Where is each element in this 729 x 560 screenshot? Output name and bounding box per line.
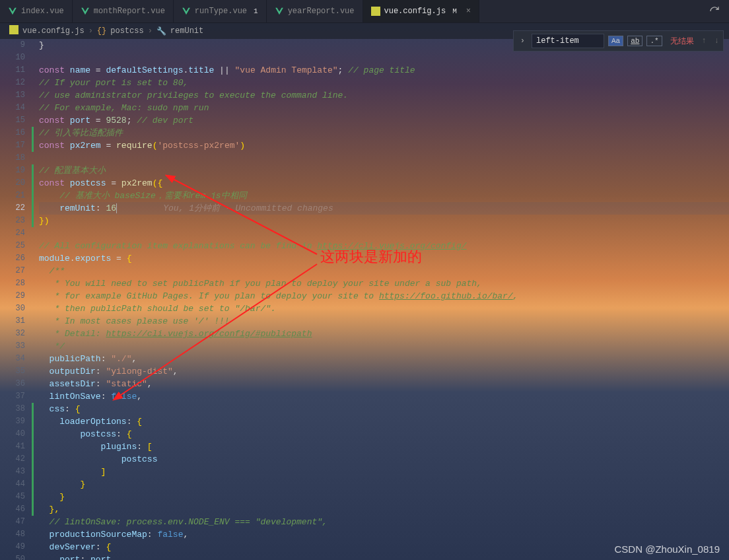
vue-icon	[275, 7, 284, 16]
tab-modified-dot: 1	[254, 7, 258, 15]
find-prev-icon[interactable]: ↑	[702, 36, 707, 46]
js-icon	[9, 25, 18, 37]
tab-vueconfig[interactable]: vue.config.js M ×	[363, 0, 479, 22]
breadcrumb-symbol[interactable]: remUnit	[170, 26, 203, 36]
watermark: CSDN @ZhouXin_0819	[615, 543, 720, 555]
annotation-text: 这两块是新加的	[320, 247, 422, 267]
tab-label: monthReport.vue	[94, 7, 165, 16]
whole-word-toggle[interactable]: ab	[627, 36, 642, 46]
wrench-icon: 🔧	[156, 26, 166, 36]
editor[interactable]: 9101112131415161718192021222324252627282…	[0, 39, 729, 560]
tab-index[interactable]: index.vue	[0, 0, 73, 22]
git-blame-inline: You, 1分钟前 · Uncommitted changes	[117, 203, 333, 213]
tab-label: vue.config.js	[384, 7, 446, 16]
tab-month[interactable]: monthReport.vue	[73, 0, 174, 22]
find-result-count: 无结果	[670, 36, 694, 47]
bracket-icon: {}	[97, 26, 106, 36]
line-gutter: 9101112131415161718192021222324252627282…	[0, 39, 32, 560]
chevron-right-icon: ›	[88, 26, 93, 36]
regex-toggle[interactable]: .*	[646, 36, 662, 46]
chevron-right-icon: ›	[148, 26, 153, 36]
js-icon	[371, 7, 380, 16]
breadcrumb-symbol[interactable]: postcss	[110, 26, 143, 36]
tab-runtype[interactable]: runType.vue 1	[174, 0, 267, 22]
toolbar-action-icon[interactable]	[700, 0, 729, 22]
code-area[interactable]: } const name = defaultSettings.title || …	[34, 39, 729, 560]
tab-bar: index.vue monthReport.vue runType.vue 1 …	[0, 0, 729, 23]
svg-rect-1	[9, 25, 18, 34]
close-icon[interactable]: ×	[466, 7, 471, 16]
tab-modified-badge: M	[452, 7, 457, 15]
tab-label: yearReport.vue	[288, 7, 355, 16]
find-widget: › Aa ab .* 无结果 ↑ ↓	[513, 30, 724, 52]
find-input[interactable]	[532, 34, 604, 48]
svg-rect-0	[371, 7, 380, 16]
vue-icon	[81, 7, 90, 16]
tab-label: index.vue	[21, 7, 64, 16]
vue-icon	[8, 7, 17, 16]
tab-year[interactable]: yearReport.vue	[267, 0, 363, 22]
tab-label: runType.vue	[195, 7, 247, 16]
breadcrumb-file[interactable]: vue.config.js	[22, 26, 85, 36]
match-case-toggle[interactable]: Aa	[608, 36, 623, 46]
expand-icon[interactable]: ›	[518, 36, 528, 46]
find-next-icon[interactable]: ↓	[714, 36, 719, 46]
vue-icon	[182, 7, 191, 16]
